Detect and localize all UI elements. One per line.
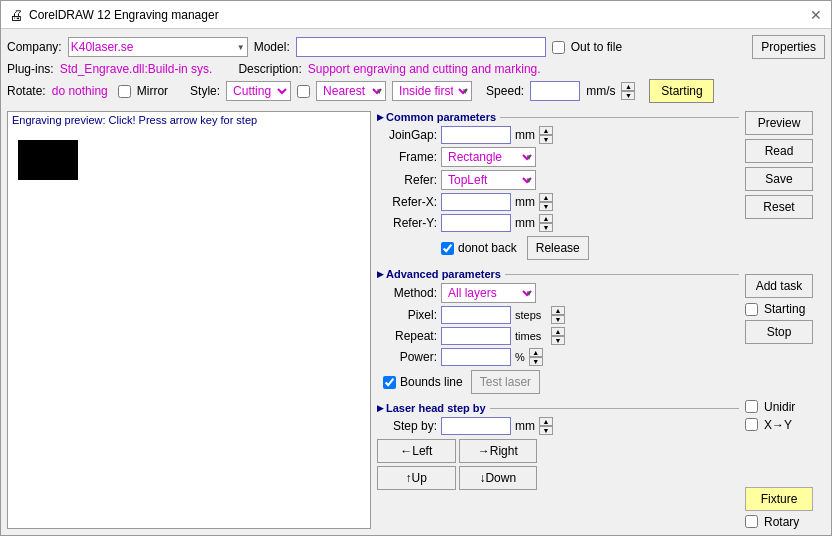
model-input[interactable]: K40D - K40laser.se edition	[296, 37, 546, 57]
refer-select-wrapper: TopLeft	[441, 170, 536, 190]
starting-label: Starting	[764, 302, 805, 316]
speed-spinner: ▲ ▼	[621, 82, 635, 100]
starting-row: Starting	[745, 302, 825, 316]
donot-back-checkbox[interactable]	[441, 242, 454, 255]
power-row: Power: 75 % ▲ ▼	[377, 348, 739, 366]
refer-y-up[interactable]: ▲	[539, 214, 553, 223]
speed-down-btn[interactable]: ▼	[621, 91, 635, 100]
preview-panel[interactable]: Engraving preview: Click! Press arrow ke…	[7, 111, 371, 529]
refer-x-label: Refer-X:	[377, 195, 437, 209]
method-label: Method:	[377, 286, 437, 300]
cutting-select[interactable]: Cutting	[226, 81, 291, 101]
method-select[interactable]: All layers	[441, 283, 536, 303]
nearest-select-wrapper: Nearest	[316, 81, 386, 101]
frame-row: Frame: Rectangle	[377, 147, 739, 167]
x-y-row: X→Y	[745, 418, 825, 432]
starting-top-button[interactable]: Starting	[649, 79, 714, 103]
donot-back-row: donot back Release	[377, 236, 739, 260]
down-button[interactable]: ↓Down	[459, 466, 538, 490]
speed-input[interactable]: 12,00	[530, 81, 580, 101]
read-button[interactable]: Read	[745, 139, 813, 163]
power-spinner: ▲ ▼	[529, 348, 543, 366]
refer-x-row: Refer-X: 0,0000 mm ▲ ▼	[377, 193, 739, 211]
refer-x-spinner: ▲ ▼	[539, 193, 553, 211]
refer-y-down[interactable]: ▼	[539, 223, 553, 232]
release-button[interactable]: Release	[527, 236, 589, 260]
row-plugins: Plug-ins: Std_Engrave.dll:Build-in sys. …	[7, 62, 825, 76]
refer-y-row: Refer-Y: 0,0000 mm ▲ ▼	[377, 214, 739, 232]
rotary-checkbox[interactable]	[745, 515, 758, 528]
xy-label: X→Y	[764, 418, 792, 432]
pixel-unit: steps	[515, 309, 547, 321]
common-params-title: Common parameters	[386, 111, 496, 123]
joingap-up[interactable]: ▲	[539, 126, 553, 135]
middle-panel: ▶ Common parameters JoinGap: 0,0000 mm ▲…	[377, 111, 739, 529]
refer-select[interactable]: TopLeft	[441, 170, 536, 190]
description-label: Description:	[238, 62, 301, 76]
titlebar: 🖨 CorelDRAW 12 Engraving manager ✕	[1, 1, 831, 29]
nearest-select[interactable]: Nearest	[316, 81, 386, 101]
repeat-up[interactable]: ▲	[551, 327, 565, 336]
refer-row: Refer: TopLeft	[377, 170, 739, 190]
method-select-wrapper: All layers	[441, 283, 536, 303]
joingap-down[interactable]: ▼	[539, 135, 553, 144]
properties-button[interactable]: Properties	[752, 35, 825, 59]
stop-button[interactable]: Stop	[745, 320, 813, 344]
power-input[interactable]: 75	[441, 348, 511, 366]
speed-unit: mm/s	[586, 84, 615, 98]
repeat-down[interactable]: ▼	[551, 336, 565, 345]
mirror-label: Mirror	[137, 84, 168, 98]
pixel-down[interactable]: ▼	[551, 315, 565, 324]
mirror-checkbox[interactable]	[118, 85, 131, 98]
refer-x-down[interactable]: ▼	[539, 202, 553, 211]
step-by-unit: mm	[515, 419, 535, 433]
power-up[interactable]: ▲	[529, 348, 543, 357]
xy-checkbox[interactable]	[745, 418, 758, 431]
joingap-input[interactable]: 0,0000	[441, 126, 511, 144]
row-rotate-style: Rotate: do nothing Mirror Style: Cutting…	[7, 79, 825, 103]
inside-first-wrapper: Inside first	[392, 81, 472, 101]
joingap-row: JoinGap: 0,0000 mm ▲ ▼	[377, 126, 739, 144]
refer-y-spinner: ▲ ▼	[539, 214, 553, 232]
add-task-button[interactable]: Add task	[745, 274, 813, 298]
out-to-file-checkbox[interactable]	[552, 41, 565, 54]
joingap-label: JoinGap:	[377, 128, 437, 142]
starting-checkbox[interactable]	[745, 303, 758, 316]
fixture-button[interactable]: Fixture	[745, 487, 813, 511]
repeat-unit: times	[515, 330, 547, 342]
refer-y-input[interactable]: 0,0000	[441, 214, 511, 232]
power-down[interactable]: ▼	[529, 357, 543, 366]
bounds-line-checkbox[interactable]	[383, 376, 396, 389]
rotate-value: do nothing	[52, 84, 108, 98]
refer-x-input[interactable]: 0,0000	[441, 193, 511, 211]
pixel-input[interactable]: 1	[441, 306, 511, 324]
speed-up-btn[interactable]: ▲	[621, 82, 635, 91]
description-value: Support engraving and cutting and markin…	[308, 62, 541, 76]
frame-select[interactable]: Rectangle	[441, 147, 536, 167]
unidir-checkbox[interactable]	[745, 400, 758, 413]
refer-x-up[interactable]: ▲	[539, 193, 553, 202]
step-by-input[interactable]: 0,0000	[441, 417, 511, 435]
company-select[interactable]: K40laser.se	[68, 37, 248, 57]
step-by-down[interactable]: ▼	[539, 426, 553, 435]
test-laser-button[interactable]: Test laser	[471, 370, 540, 394]
inside-first-select[interactable]: Inside first	[392, 81, 472, 101]
company-select-wrapper: K40laser.se	[68, 37, 248, 57]
step-by-up[interactable]: ▲	[539, 417, 553, 426]
method-row: Method: All layers	[377, 283, 739, 303]
repeat-spinner: ▲ ▼	[551, 327, 565, 345]
pixel-up[interactable]: ▲	[551, 306, 565, 315]
preview-button[interactable]: Preview	[745, 111, 813, 135]
refer-y-unit: mm	[515, 216, 535, 230]
row-company-model: Company: K40laser.se Model: K40D - K40la…	[7, 35, 825, 59]
repeat-input[interactable]: 1	[441, 327, 511, 345]
reset-button[interactable]: Reset	[745, 195, 813, 219]
nearest-checkbox[interactable]	[297, 85, 310, 98]
up-button[interactable]: ↑Up	[377, 466, 456, 490]
close-icon[interactable]: ✕	[809, 8, 823, 22]
save-button[interactable]: Save	[745, 167, 813, 191]
app-icon: 🖨	[9, 7, 23, 23]
pixel-spinner: ▲ ▼	[551, 306, 565, 324]
left-button[interactable]: ←Left	[377, 439, 456, 463]
right-button[interactable]: →Right	[459, 439, 538, 463]
